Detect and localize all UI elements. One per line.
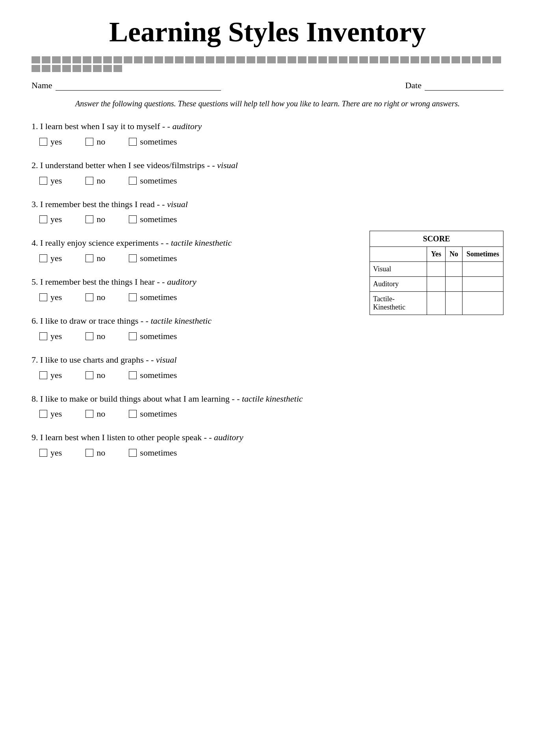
checkbox-yes-5[interactable] bbox=[39, 293, 47, 301]
name-field-group: Name bbox=[32, 80, 221, 91]
option-no-7[interactable]: no bbox=[85, 370, 105, 380]
checkbox-no-1[interactable] bbox=[85, 138, 93, 146]
option-sometimes-3[interactable]: sometimes bbox=[129, 214, 177, 224]
score-cell-2-2[interactable] bbox=[463, 292, 503, 315]
option-no-3[interactable]: no bbox=[85, 214, 105, 224]
option-yes-2[interactable]: yes bbox=[39, 176, 62, 186]
option-label-yes-7: yes bbox=[50, 370, 62, 380]
score-row-0: Visual bbox=[370, 262, 503, 277]
checkbox-no-2[interactable] bbox=[85, 177, 93, 185]
score-cell-0-2[interactable] bbox=[463, 262, 503, 277]
options-row-6: yesnosometimes bbox=[39, 331, 354, 341]
main-content: 1. I learn best when I say it to myself … bbox=[32, 120, 503, 471]
checkbox-sometimes-4[interactable] bbox=[129, 254, 137, 262]
checkbox-yes-4[interactable] bbox=[39, 254, 47, 262]
checkbox-no-8[interactable] bbox=[85, 410, 93, 418]
question-block-7: 7. I like to use charts and graphs - - v… bbox=[32, 354, 354, 380]
name-label: Name bbox=[32, 80, 52, 91]
question-block-2: 2. I understand better when I see videos… bbox=[32, 159, 354, 186]
option-yes-4[interactable]: yes bbox=[39, 253, 62, 263]
options-row-7: yesnosometimes bbox=[39, 370, 354, 380]
option-label-no-3: no bbox=[97, 214, 105, 224]
option-sometimes-6[interactable]: sometimes bbox=[129, 331, 177, 341]
instructions: Answer the following questions. These qu… bbox=[32, 98, 503, 109]
option-sometimes-4[interactable]: sometimes bbox=[129, 253, 177, 263]
checkbox-sometimes-8[interactable] bbox=[129, 410, 137, 418]
score-cell-1-2[interactable] bbox=[463, 277, 503, 292]
option-sometimes-1[interactable]: sometimes bbox=[129, 137, 177, 147]
option-no-6[interactable]: no bbox=[85, 331, 105, 341]
score-cell-2-0[interactable] bbox=[427, 292, 446, 315]
option-yes-1[interactable]: yes bbox=[39, 137, 62, 147]
options-row-2: yesnosometimes bbox=[39, 176, 354, 186]
questions-col: 1. I learn best when I say it to myself … bbox=[32, 120, 354, 471]
score-col-sometimes: Sometimes bbox=[463, 247, 503, 262]
option-yes-3[interactable]: yes bbox=[39, 214, 62, 224]
option-no-9[interactable]: no bbox=[85, 448, 105, 458]
checkbox-sometimes-3[interactable] bbox=[129, 215, 137, 223]
checkbox-no-7[interactable] bbox=[85, 371, 93, 379]
option-yes-5[interactable]: yes bbox=[39, 292, 62, 302]
checkbox-yes-1[interactable] bbox=[39, 138, 47, 146]
checkbox-yes-3[interactable] bbox=[39, 215, 47, 223]
score-cell-1-0[interactable] bbox=[427, 277, 446, 292]
score-col-no: No bbox=[446, 247, 463, 262]
option-label-sometimes-6: sometimes bbox=[140, 331, 177, 341]
option-sometimes-7[interactable]: sometimes bbox=[129, 370, 177, 380]
question-block-4: 4. I really enjoy science experiments - … bbox=[32, 237, 354, 263]
divider-row bbox=[32, 56, 503, 72]
option-yes-7[interactable]: yes bbox=[39, 370, 62, 380]
option-label-no-6: no bbox=[97, 331, 105, 341]
checkbox-sometimes-9[interactable] bbox=[129, 449, 137, 457]
score-cell-0-0[interactable] bbox=[427, 262, 446, 277]
score-cell-1-1[interactable] bbox=[446, 277, 463, 292]
score-cell-2-1[interactable] bbox=[446, 292, 463, 315]
date-field-group: Date bbox=[405, 80, 503, 91]
option-label-no-4: no bbox=[97, 253, 105, 263]
option-sometimes-8[interactable]: sometimes bbox=[129, 409, 177, 419]
checkbox-no-9[interactable] bbox=[85, 449, 93, 457]
option-no-1[interactable]: no bbox=[85, 137, 105, 147]
checkbox-sometimes-7[interactable] bbox=[129, 371, 137, 379]
question-block-9: 9. I learn best when I listen to other p… bbox=[32, 432, 354, 458]
option-sometimes-9[interactable]: sometimes bbox=[129, 448, 177, 458]
option-no-4[interactable]: no bbox=[85, 253, 105, 263]
checkbox-no-6[interactable] bbox=[85, 332, 93, 340]
option-yes-8[interactable]: yes bbox=[39, 409, 62, 419]
option-label-no-9: no bbox=[97, 448, 105, 458]
checkbox-no-5[interactable] bbox=[85, 293, 93, 301]
name-underline[interactable] bbox=[56, 80, 221, 91]
date-underline[interactable] bbox=[425, 80, 503, 91]
checkbox-no-4[interactable] bbox=[85, 254, 93, 262]
checkbox-sometimes-1[interactable] bbox=[129, 138, 137, 146]
option-no-8[interactable]: no bbox=[85, 409, 105, 419]
option-yes-9[interactable]: yes bbox=[39, 448, 62, 458]
checkbox-yes-8[interactable] bbox=[39, 410, 47, 418]
options-row-8: yesnosometimes bbox=[39, 409, 354, 419]
score-col-empty bbox=[370, 247, 427, 262]
option-label-yes-5: yes bbox=[50, 292, 62, 302]
score-table: SCORE Yes No Sometimes VisualAuditoryTac… bbox=[370, 231, 503, 315]
score-cell-0-1[interactable] bbox=[446, 262, 463, 277]
checkbox-yes-6[interactable] bbox=[39, 332, 47, 340]
option-no-2[interactable]: no bbox=[85, 176, 105, 186]
option-label-yes-1: yes bbox=[50, 137, 62, 147]
checkbox-yes-7[interactable] bbox=[39, 371, 47, 379]
options-row-5: yesnosometimes bbox=[39, 292, 354, 302]
checkbox-yes-2[interactable] bbox=[39, 177, 47, 185]
option-no-5[interactable]: no bbox=[85, 292, 105, 302]
question-text-9: 9. I learn best when I listen to other p… bbox=[32, 432, 354, 444]
option-sometimes-2[interactable]: sometimes bbox=[129, 176, 177, 186]
checkbox-yes-9[interactable] bbox=[39, 449, 47, 457]
question-block-1: 1. I learn best when I say it to myself … bbox=[32, 120, 354, 147]
page-title: Learning Styles Inventory bbox=[32, 16, 503, 48]
option-yes-6[interactable]: yes bbox=[39, 331, 62, 341]
option-sometimes-5[interactable]: sometimes bbox=[129, 292, 177, 302]
checkbox-sometimes-5[interactable] bbox=[129, 293, 137, 301]
checkbox-sometimes-6[interactable] bbox=[129, 332, 137, 340]
option-label-sometimes-7: sometimes bbox=[140, 370, 177, 380]
checkbox-sometimes-2[interactable] bbox=[129, 177, 137, 185]
checkbox-no-3[interactable] bbox=[85, 215, 93, 223]
option-label-no-7: no bbox=[97, 370, 105, 380]
option-label-no-1: no bbox=[97, 137, 105, 147]
